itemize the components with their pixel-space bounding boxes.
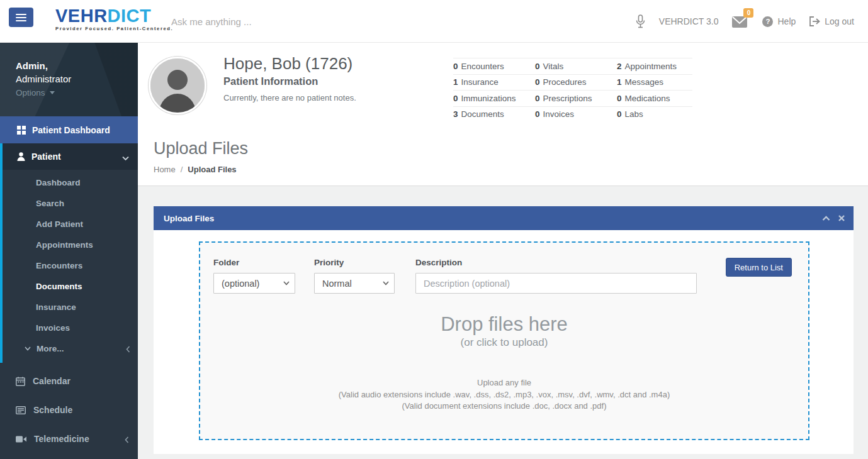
sign-out-icon <box>809 16 820 26</box>
stat-procedures[interactable]: 0Procedures <box>535 74 617 91</box>
sidebar-item-appointments[interactable]: Appointments <box>3 235 138 255</box>
panel-header: Upload Files <box>154 206 854 230</box>
sidebar-item-insurance[interactable]: Insurance <box>3 297 138 318</box>
drop-files-headline: Drop files here <box>200 313 808 336</box>
priority-select[interactable]: Normal <box>314 273 395 294</box>
user-icon <box>17 152 25 161</box>
sidebar-item-patient[interactable]: Patient <box>3 143 138 170</box>
stat-labs[interactable]: 0Labs <box>617 106 692 123</box>
close-panel-icon[interactable] <box>838 215 845 221</box>
priority-field: Priority Normal <box>314 258 395 294</box>
sidebar-item-more[interactable]: More... <box>3 338 138 359</box>
return-to-list-button[interactable]: Return to List <box>726 258 792 277</box>
collapse-panel-icon[interactable] <box>822 216 830 221</box>
description-label: Description <box>415 258 697 267</box>
sidebar-item-add-patient[interactable]: Add Patient <box>3 214 138 235</box>
patient-name: Hope, Bob (1726) <box>223 54 352 74</box>
user-lastname: Admin, <box>16 60 138 71</box>
stat-prescriptions[interactable]: 0Prescriptions <box>535 90 617 106</box>
sidebar-item-documents[interactable]: Documents <box>3 276 138 297</box>
sidebar-user-block: Admin, Administrator Options <box>0 43 138 116</box>
stat-encounters[interactable]: 0Encounters <box>453 58 535 74</box>
logo-text-accent: DICT <box>108 6 152 26</box>
patient-avatar <box>149 57 206 114</box>
microphone-icon[interactable] <box>636 14 645 28</box>
stat-appointments[interactable]: 2Appointments <box>617 58 692 74</box>
description-input[interactable] <box>415 273 697 294</box>
sidebar-item-encounters[interactable]: Encounters <box>3 255 138 276</box>
breadcrumb-separator: / <box>181 165 183 174</box>
patient-submenu: Dashboard Search Add Patient Appointment… <box>3 170 138 363</box>
calendar-label: Calendar <box>33 376 70 386</box>
stat-messages[interactable]: 1Messages <box>617 74 692 91</box>
folder-label: Folder <box>213 258 295 267</box>
messages-count-badge: 0 <box>743 8 753 18</box>
stat-invoices[interactable]: 0Invoices <box>535 106 617 123</box>
description-field: Description <box>415 258 697 294</box>
menu-toggle-button[interactable] <box>9 8 33 27</box>
priority-label: Priority <box>314 258 395 267</box>
patient-label: Patient <box>31 152 61 162</box>
search-input[interactable] <box>171 13 373 30</box>
question-circle-icon: ? <box>762 16 773 27</box>
grid-icon <box>17 126 26 135</box>
help-label: Help <box>777 16 796 26</box>
user-firstname: Administrator <box>16 74 138 84</box>
sidebar-item-telemedicine[interactable]: Telemedicine <box>0 424 138 453</box>
calendar-icon <box>16 377 25 386</box>
top-header: VEHRDICT Provider Focused. Patient-Cente… <box>0 0 868 43</box>
upload-note-audio-extensions: (Valid audio extensions include .wav, .d… <box>200 389 808 401</box>
sidebar-item-calendar[interactable]: Calendar <box>0 367 138 395</box>
more-label: More... <box>37 344 64 353</box>
sidebar-item-dashboard[interactable]: Dashboard <box>3 172 138 193</box>
upload-files-panel: Upload Files Folder <box>154 206 854 454</box>
breadcrumb-home-link[interactable]: Home <box>154 165 176 174</box>
file-dropzone[interactable]: Folder (optional) Priorit <box>199 241 809 440</box>
schedule-label: Schedule <box>33 405 72 415</box>
patient-notes-text: Currently, there are no patient notes. <box>223 93 356 102</box>
chevron-down-icon <box>25 346 31 351</box>
sidebar-item-search[interactable]: Search <box>3 193 138 214</box>
folder-select[interactable]: (optional) <box>213 273 295 294</box>
video-camera-icon <box>16 436 26 443</box>
chevron-left-icon <box>126 345 130 355</box>
stat-documents[interactable]: 3Documents <box>453 106 535 123</box>
breadcrumb: Home / Upload Files <box>154 165 237 174</box>
sidebar-item-schedule[interactable]: Schedule <box>0 395 138 424</box>
dropzone-message: Drop files here (or click to upload) <box>200 313 808 349</box>
logo-tagline: Provider Focused. Patient-Centered. <box>55 26 173 31</box>
patient-subtitle: Patient Information <box>223 75 318 87</box>
breadcrumb-current: Upload Files <box>188 165 236 174</box>
logout-button[interactable]: Log out <box>809 16 854 26</box>
upload-note-any-file: Upload any file <box>200 377 808 389</box>
app-window: VEHRDICT Provider Focused. Patient-Cente… <box>0 0 868 459</box>
panel-title: Upload Files <box>164 214 214 223</box>
stat-medications[interactable]: 0Medications <box>617 90 692 106</box>
patient-dashboard-label: Patient Dashboard <box>32 125 110 135</box>
drop-files-subline: (or click to upload) <box>200 336 808 349</box>
messages-icon[interactable]: 0 <box>732 13 748 30</box>
schedule-icon <box>16 406 26 414</box>
main-content: Hope, Bob (1726) Patient Information Cur… <box>138 43 868 459</box>
patient-stats-grid: 0Encounters 0Vitals 2Appointments 1Insur… <box>453 58 692 122</box>
panel-body: Folder (optional) Priorit <box>154 230 854 454</box>
logo-text-main: VEHR <box>55 6 108 26</box>
sidebar-bottom-menu: Calendar Schedule Telemedicine <box>0 367 138 453</box>
options-label: Options <box>16 88 45 97</box>
sidebar-item-patient-dashboard[interactable]: Patient Dashboard <box>0 116 138 143</box>
chevron-left-icon <box>125 435 129 445</box>
folder-field: Folder (optional) <box>213 258 295 294</box>
stat-insurance[interactable]: 1Insurance <box>453 74 535 91</box>
stat-vitals[interactable]: 0Vitals <box>535 58 617 74</box>
app-version-label: VEHRDICT 3.0 <box>659 16 719 26</box>
sidebar-item-invoices[interactable]: Invoices <box>3 318 138 338</box>
help-button[interactable]: ? Help <box>762 16 796 27</box>
logout-label: Log out <box>825 16 854 26</box>
page-title: Upload Files <box>154 139 248 158</box>
user-options-dropdown[interactable]: Options <box>16 88 55 97</box>
caret-down-icon <box>50 91 55 94</box>
sidebar: Admin, Administrator Options Patient Das… <box>0 43 138 459</box>
chevron-down-icon <box>122 153 129 163</box>
stat-immunizations[interactable]: 0Immunizations <box>453 90 535 106</box>
sidebar-patient-group: Patient Dashboard Search Add Patient App… <box>0 143 138 363</box>
